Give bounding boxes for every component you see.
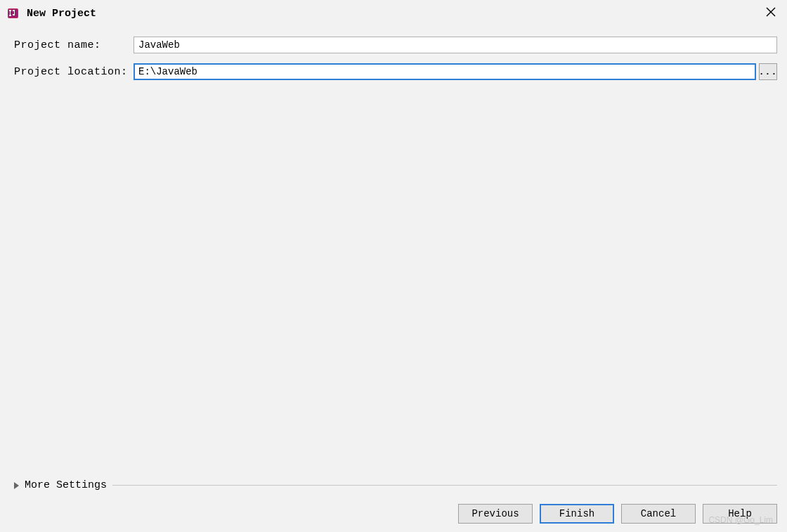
window-title: New Project: [27, 8, 762, 20]
svg-rect-7: [13, 14, 15, 15]
project-location-row: Project location: ...: [14, 63, 777, 80]
svg-rect-6: [14, 10, 15, 15]
svg-rect-3: [10, 10, 11, 15]
more-settings-label: More Settings: [25, 479, 107, 491]
finish-button[interactable]: Finish: [540, 504, 614, 524]
intellij-icon: [7, 7, 20, 20]
chevron-right-icon: [14, 482, 19, 489]
project-location-label: Project location:: [14, 66, 134, 78]
close-button[interactable]: [762, 4, 780, 22]
svg-rect-4: [9, 15, 11, 16]
ellipsis-icon: ...: [759, 67, 777, 77]
divider: [112, 485, 777, 486]
project-name-input[interactable]: [134, 37, 777, 53]
project-name-row: Project name:: [14, 37, 777, 53]
browse-button[interactable]: ...: [759, 63, 777, 80]
titlebar: New Project: [0, 0, 787, 24]
cancel-button[interactable]: Cancel: [621, 504, 696, 524]
help-button[interactable]: Help: [703, 504, 777, 524]
previous-button[interactable]: Previous: [458, 504, 533, 524]
close-icon: [766, 6, 776, 20]
more-settings-toggle[interactable]: More Settings: [14, 479, 777, 491]
project-name-label: Project name:: [14, 39, 134, 51]
dialog-content: Project name: Project location: ...: [0, 24, 787, 80]
project-location-input[interactable]: [134, 63, 756, 80]
button-bar: Previous Finish Cancel Help: [458, 504, 777, 524]
